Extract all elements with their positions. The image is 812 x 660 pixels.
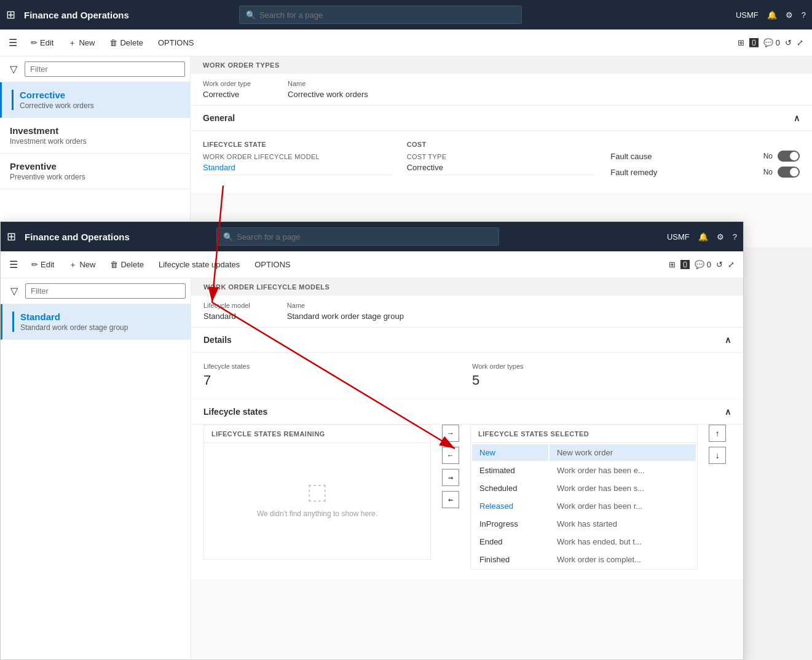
maximize-icon[interactable]: ⤢ (797, 38, 803, 47)
corrective-subtitle: Corrective work orders (20, 101, 94, 110)
options-button-top[interactable]: OPTIONS (152, 34, 200, 51)
badge-button-2[interactable]: 💬 0 (695, 260, 711, 269)
notification-icon[interactable]: 🔔 (767, 10, 777, 20)
sidebar-item-investment[interactable]: Investment Investment work orders (0, 118, 190, 154)
move-right-button[interactable]: → (442, 425, 459, 442)
app-title: Finance and Operations (24, 10, 129, 20)
move-left-button[interactable]: ← (442, 447, 459, 464)
move-down-button[interactable]: ↓ (709, 447, 726, 464)
move-up-button[interactable]: ↑ (709, 425, 726, 442)
hamburger-icon[interactable]: ☰ (9, 37, 17, 49)
plus-icon: ＋ (68, 37, 76, 49)
grid-icon-2[interactable]: ⊞ (7, 230, 16, 243)
edit-icon: ✏ (31, 38, 37, 47)
lifecycle-states-body: LIFECYCLE STATES REMAINING ⬚ We didn't f… (191, 425, 743, 579)
refresh-icon-2[interactable]: ↺ (716, 260, 723, 269)
move-all-left-button[interactable]: ⇐ (442, 491, 459, 508)
command-bar-top: ☰ ✏ Edit ＋ New 🗑 Delete OPTIONS ⊞ 🅾 💬 0 … (0, 29, 812, 57)
main-layout-bottom: ▽ Standard Standard work order stage gro… (1, 278, 743, 659)
content-top: WORK ORDER TYPES Work order type Correct… (191, 57, 812, 247)
options-button-bottom[interactable]: OPTIONS (248, 256, 297, 273)
view-icon-2[interactable]: ⊞ (669, 260, 676, 269)
delete-button-bottom[interactable]: 🗑 Delete (104, 256, 150, 273)
help-icon-2[interactable]: ? (733, 232, 737, 242)
settings-icon[interactable]: ⚙ (786, 10, 793, 20)
office-icon-2[interactable]: 🅾 (680, 259, 690, 270)
search-bar-2[interactable]: 🔍 (216, 227, 499, 246)
search-bar[interactable]: 🔍 (239, 6, 522, 24)
work-order-types-detail: Work order types 5 (472, 363, 731, 388)
transfer-arrows: → ← ⇒ ⇐ (437, 425, 464, 508)
new-button-top[interactable]: ＋ New (62, 34, 101, 52)
sidebar-filter-input-top[interactable] (25, 61, 185, 77)
col-type-label: Work order type (203, 80, 251, 87)
table-row[interactable]: NewNew work order (472, 444, 696, 461)
edit-button-top[interactable]: ✏ Edit (25, 34, 60, 51)
lifecycle-state-field: LIFECYCLE STATE Work order lifecycle mod… (203, 141, 392, 183)
nav-right-2: USMF 🔔 ⚙ ? (667, 232, 737, 242)
chat-icon: 💬 (763, 38, 773, 47)
sidebar-top: ▽ Corrective Corrective work orders (0, 57, 191, 247)
move-arrows: ↑ ↓ (704, 425, 731, 464)
fault-cause-toggle[interactable] (778, 151, 800, 162)
user-label-2: USMF (667, 232, 690, 242)
view-icon[interactable]: ⊞ (738, 38, 744, 47)
filter-icon-top[interactable]: ▽ (5, 61, 22, 77)
lifecycle-model-value[interactable]: Standard (203, 163, 392, 175)
col-name-value-b: Standard work order stage group (287, 312, 404, 321)
sidebar-item-preventive[interactable]: Preventive Preventive work orders (0, 154, 190, 189)
table-row[interactable]: ReleasedWork order has been r... (472, 498, 696, 514)
lifecycle-states-collapse-header[interactable]: Lifecycle states ∧ (191, 399, 743, 425)
search-input-2[interactable] (237, 232, 492, 242)
table-row[interactable]: EstimatedWork order has been e... (472, 462, 696, 479)
col-model-label: Lifecycle model (203, 302, 250, 309)
general-collapse-header[interactable]: General ∧ (191, 106, 812, 131)
lc-empty-state: ⬚ We didn't find anything to show here. (204, 443, 430, 554)
help-icon[interactable]: ? (802, 10, 806, 20)
edit-button-bottom[interactable]: ✏ Edit (25, 256, 60, 273)
col-model-value: Standard (203, 312, 250, 321)
col-name-value: Corrective work orders (288, 90, 368, 99)
details-collapse-header[interactable]: Details ∧ (191, 328, 743, 353)
corrective-title: Corrective (20, 90, 94, 100)
general-collapse-body: LIFECYCLE STATE Work order lifecycle mod… (191, 131, 812, 192)
user-label: USMF (736, 10, 759, 20)
table-row[interactable]: FinishedWork order is complet... (472, 551, 696, 568)
lifecycle-states-detail: Lifecycle states 7 (203, 363, 462, 388)
sidebar-item-standard[interactable]: Standard Standard work order stage group (1, 304, 191, 340)
new-button-bottom[interactable]: ＋ New (63, 256, 101, 274)
second-window: ⊞ Finance and Operations 🔍 USMF 🔔 ⚙ ? ☰ … (0, 221, 744, 660)
sidebar-filter-input-bottom[interactable] (25, 283, 186, 299)
settings-icon-2[interactable]: ⚙ (717, 232, 724, 242)
refresh-icon[interactable]: ↺ (785, 38, 792, 47)
badge-button[interactable]: 💬 0 (763, 38, 780, 47)
lifecycle-state-updates-button[interactable]: Lifecycle state updates (152, 256, 246, 273)
move-all-right-button[interactable]: ⇒ (442, 469, 459, 486)
office-icon[interactable]: 🅾 (749, 37, 759, 48)
content-bottom: WORK ORDER LIFECYCLE MODELS Lifecycle mo… (191, 278, 743, 659)
table-row[interactable]: InProgressWork has started (472, 516, 696, 532)
fault-remedy-toggle[interactable] (778, 167, 800, 178)
delete-button-top[interactable]: 🗑 Delete (103, 34, 149, 51)
search-icon: 🔍 (246, 10, 256, 20)
table-row[interactable]: EndedWork has ended, but t... (472, 533, 696, 550)
app-title-2: Finance and Operations (25, 232, 130, 242)
cmd-right-top: ⊞ 🅾 💬 0 ↺ ⤢ (738, 37, 803, 48)
record-row-top: Work order type Corrective Name Correcti… (191, 74, 812, 106)
fault-remedy-row: Fault remedy No (610, 167, 800, 178)
filter-icon-bottom[interactable]: ▽ (6, 283, 23, 299)
maximize-icon-2[interactable]: ⤢ (728, 260, 735, 269)
table-row[interactable]: ScheduledWork order has been s... (472, 480, 696, 497)
search-input[interactable] (259, 10, 515, 20)
hamburger-icon-2[interactable]: ☰ (9, 259, 18, 270)
main-layout-top: ▽ Corrective Corrective work orders (0, 57, 812, 247)
notification-icon-2[interactable]: 🔔 (698, 232, 708, 242)
col-name-label: Name (288, 80, 368, 87)
trash-icon-2: 🗑 (110, 260, 118, 269)
lc-selected-box: LIFECYCLE STATES SELECTED NewNew work or… (470, 425, 698, 570)
record-row-bottom: Lifecycle model Standard Name Standard w… (191, 296, 743, 328)
sidebar-item-corrective[interactable]: Corrective Corrective work orders (0, 82, 190, 118)
grid-icon[interactable]: ⊞ (6, 8, 15, 22)
collapse-icon: ∧ (794, 113, 800, 123)
top-nav-bar: ⊞ Finance and Operations 🔍 USMF 🔔 ⚙ ? (0, 0, 812, 29)
